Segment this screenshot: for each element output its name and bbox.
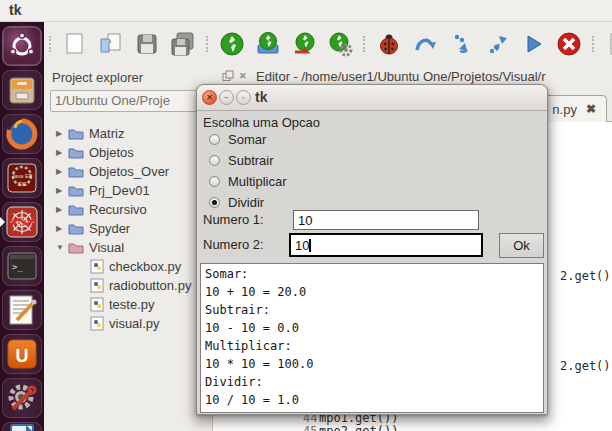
run-configure-button[interactable] bbox=[326, 30, 354, 58]
save-button[interactable] bbox=[133, 30, 161, 58]
launcher-item-text-editor[interactable] bbox=[2, 290, 42, 330]
dialog-titlebar[interactable]: ✕ − ▫ tk bbox=[197, 85, 547, 111]
file-cabinet-icon bbox=[2, 70, 42, 110]
launcher-item-terminal[interactable]: >_ bbox=[2, 246, 42, 286]
toolbar-separator bbox=[363, 36, 366, 52]
radio-icon[interactable] bbox=[209, 134, 220, 145]
run-selection-button[interactable] bbox=[254, 30, 282, 58]
toolbar-separator bbox=[49, 36, 52, 52]
launcher-item-ubuntu-dash[interactable] bbox=[2, 26, 42, 66]
chevron-right-icon[interactable]: ▶ bbox=[56, 148, 66, 157]
continue-icon bbox=[520, 31, 546, 57]
numero2-input[interactable]: 10 bbox=[289, 233, 483, 257]
run-button[interactable] bbox=[218, 30, 246, 58]
toolbar-partial-button[interactable] bbox=[604, 30, 612, 58]
ladybug-icon bbox=[376, 31, 402, 57]
open-folder-icon bbox=[98, 31, 124, 57]
text-editor-icon bbox=[2, 290, 42, 330]
launcher-item-firefox[interactable] bbox=[2, 114, 42, 154]
dialog-maximize-icon[interactable]: ▫ bbox=[236, 90, 251, 105]
radio-option-dividir[interactable]: Dividir bbox=[209, 195, 264, 209]
svg-text:>_: >_ bbox=[12, 262, 23, 272]
continue-button[interactable] bbox=[519, 30, 547, 58]
pane-undock-icon[interactable] bbox=[222, 70, 234, 82]
chevron-right-icon[interactable]: ▶ bbox=[56, 167, 66, 176]
chevron-right-icon[interactable]: ▶ bbox=[56, 186, 66, 195]
firefox-icon bbox=[2, 114, 42, 154]
launcher-item-spyder[interactable] bbox=[2, 202, 42, 242]
tree-item-objetos-over[interactable]: ▶ Objetos_Over bbox=[50, 162, 215, 180]
tree-label: Spyder bbox=[89, 221, 130, 236]
tree-item-prj-dev01[interactable]: ▶ Prj_Dev01 bbox=[50, 181, 215, 199]
folder-icon bbox=[68, 203, 84, 216]
re-run-button[interactable] bbox=[290, 30, 318, 58]
step-into-button[interactable] bbox=[447, 30, 475, 58]
main-toolbar bbox=[48, 27, 612, 61]
toolbar-separator bbox=[206, 36, 209, 52]
launcher-item-file-manager[interactable] bbox=[2, 70, 42, 110]
tree-item-matriz[interactable]: ▶ Matriz bbox=[50, 124, 215, 142]
tree-item-teste-py[interactable]: teste.py bbox=[50, 295, 215, 313]
chevron-right-icon[interactable]: ▶ bbox=[56, 205, 66, 214]
tree-item-visual[interactable]: ▼ Visual bbox=[50, 238, 215, 256]
tree-item-objetos[interactable]: ▶ Objetos bbox=[50, 143, 215, 161]
debug-step-button[interactable] bbox=[411, 30, 439, 58]
tree-item-checkbox-py[interactable]: checkbox.py bbox=[50, 257, 215, 275]
spyder-icon bbox=[2, 202, 42, 242]
python-file-icon bbox=[90, 316, 105, 331]
running-indicator bbox=[0, 217, 5, 227]
run-icon bbox=[219, 31, 245, 57]
unity-launcher: Java EE IDE >_ bbox=[0, 22, 44, 431]
tree-item-visual-py[interactable]: visual.py bbox=[50, 314, 215, 332]
tab-close-icon[interactable]: ✖ bbox=[586, 102, 596, 116]
tree-item-recursivo[interactable]: ▶ Recursivo bbox=[50, 200, 215, 218]
stop-button[interactable] bbox=[555, 30, 583, 58]
dialog-prompt: Escolha uma Opcao bbox=[203, 115, 320, 130]
radio-option-somar[interactable]: Somar bbox=[209, 132, 266, 146]
chevron-right-icon[interactable]: ▶ bbox=[56, 129, 66, 138]
radio-option-multiplicar[interactable]: Multiplicar bbox=[209, 174, 287, 188]
dialog-close-icon[interactable]: ✕ bbox=[202, 90, 217, 105]
svg-text:IDE: IDE bbox=[17, 181, 27, 187]
toolbar-separator bbox=[592, 36, 595, 52]
new-file-button[interactable] bbox=[61, 30, 89, 58]
tree-item-radiobutton-py[interactable]: radiobutton.py bbox=[50, 276, 215, 294]
radio-icon[interactable] bbox=[209, 155, 220, 166]
ok-button[interactable]: Ok bbox=[499, 233, 544, 258]
launcher-item-system-settings[interactable] bbox=[2, 378, 42, 418]
step-return-button[interactable] bbox=[483, 30, 511, 58]
run-configure-icon bbox=[327, 31, 353, 57]
numero1-label: Numero 1: bbox=[203, 212, 264, 227]
debug-button[interactable] bbox=[375, 30, 403, 58]
numero1-input[interactable]: 10 bbox=[293, 210, 479, 230]
pane-buttons: ✕ bbox=[222, 70, 247, 82]
tree-label: visual.py bbox=[109, 316, 160, 331]
chevron-right-icon[interactable]: ▶ bbox=[56, 224, 66, 233]
terminal-icon: >_ bbox=[2, 246, 42, 286]
partial-button-icon bbox=[605, 31, 612, 57]
pane-close-icon[interactable]: ✕ bbox=[239, 71, 247, 82]
save-all-button[interactable] bbox=[169, 30, 197, 58]
radio-selected-icon[interactable] bbox=[209, 197, 220, 208]
numero2-value: 10 bbox=[295, 238, 309, 253]
step-return-icon bbox=[484, 31, 510, 57]
screen: tk bbox=[0, 0, 612, 431]
radio-icon[interactable] bbox=[209, 176, 220, 187]
tree-label: checkbox.py bbox=[109, 259, 181, 274]
folder-icon bbox=[68, 165, 84, 178]
folder-icon bbox=[68, 146, 84, 159]
save-all-icon bbox=[169, 31, 197, 57]
dialog-minimize-icon[interactable]: − bbox=[219, 90, 234, 105]
chevron-down-icon[interactable]: ▼ bbox=[56, 243, 66, 252]
step-into-icon bbox=[448, 31, 474, 57]
launcher-item-libreoffice[interactable] bbox=[2, 422, 42, 431]
line-number: 45 bbox=[303, 424, 317, 431]
code-fragment: 2.get() + bbox=[560, 359, 612, 373]
result-output[interactable]: Somar: 10 + 10 = 20.0 Subtrair: 10 - 10 … bbox=[200, 263, 544, 413]
python-file-icon bbox=[90, 297, 105, 312]
tree-item-spyder[interactable]: ▶ Spyder bbox=[50, 219, 215, 237]
launcher-item-ubuntu-one[interactable]: U bbox=[2, 334, 42, 374]
open-file-button[interactable] bbox=[97, 30, 125, 58]
radio-option-subtrair[interactable]: Subtrair bbox=[209, 153, 274, 167]
launcher-item-javaee-ide[interactable]: Java EE IDE bbox=[2, 158, 42, 198]
